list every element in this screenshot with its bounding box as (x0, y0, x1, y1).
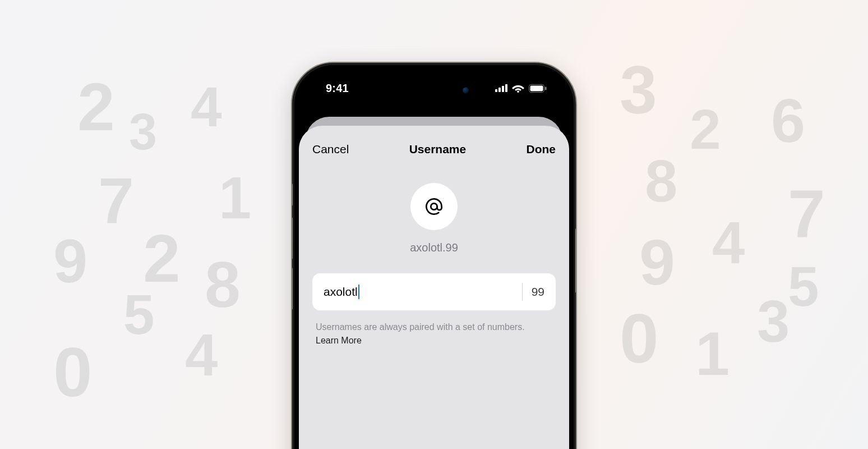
text-cursor (358, 285, 359, 299)
dynamic-island (392, 79, 476, 102)
username-suffix: 99 (532, 285, 544, 299)
username-input[interactable]: axolotl (324, 285, 513, 299)
phone-side-button (291, 268, 293, 310)
navbar: Cancel Username Done (299, 134, 569, 166)
decorative-number: 9 (53, 230, 87, 292)
decorative-number: 3 (757, 292, 789, 351)
decorative-number: 1 (695, 323, 730, 384)
decorative-number: 4 (191, 79, 222, 135)
decorative-number: 0 (620, 303, 659, 373)
username-input-value: axolotl (324, 285, 358, 299)
front-camera-icon (463, 88, 469, 94)
decorative-number: 8 (205, 253, 241, 317)
svg-rect-0 (495, 89, 497, 92)
phone-frame: 9:41 (291, 62, 577, 449)
hint: Usernames are always paired with a set o… (312, 320, 556, 347)
username-field[interactable]: axolotl 99 (312, 273, 556, 310)
page-title: Username (409, 143, 467, 156)
status-time: 9:41 (326, 82, 349, 95)
svg-rect-2 (502, 86, 504, 92)
svg-rect-7 (545, 86, 547, 90)
decorative-number: 4 (712, 213, 745, 272)
status-icons (495, 84, 547, 93)
decorative-number: 2 (690, 101, 721, 157)
at-sign-icon (423, 196, 445, 217)
svg-point-8 (431, 203, 437, 209)
decorative-number: 5 (788, 258, 819, 314)
learn-more-link[interactable]: Learn More (316, 336, 362, 345)
phone-side-button (291, 217, 293, 259)
hint-text: Usernames are always paired with a set o… (316, 322, 525, 332)
decorative-number: 7 (788, 180, 825, 247)
svg-point-4 (517, 90, 519, 93)
decorative-number: 4 (185, 326, 218, 384)
decorative-number: 7 (98, 168, 134, 233)
svg-rect-6 (530, 85, 543, 91)
at-sign-badge (410, 183, 458, 230)
username-sheet: Cancel Username Done axolotl.99 axolotl (299, 126, 569, 449)
decorative-number: 8 (645, 152, 677, 210)
cellular-icon (495, 84, 507, 92)
decorative-number: 2 (143, 224, 181, 292)
decorative-number: 3 (620, 56, 657, 123)
svg-rect-1 (498, 88, 501, 92)
phone-screen: 9:41 (299, 70, 569, 449)
decorative-number: 5 (123, 286, 155, 342)
battery-icon (529, 84, 547, 93)
field-separator (522, 283, 523, 301)
decorative-number: 6 (771, 90, 805, 152)
done-button[interactable]: Done (527, 143, 556, 156)
sheet-content: axolotl.99 axolotl 99 Usernames are alwa… (299, 166, 569, 347)
phone-side-button (291, 184, 293, 206)
phone-side-button (575, 228, 577, 293)
cancel-button[interactable]: Cancel (312, 143, 349, 156)
decorative-number: 2 (77, 73, 115, 140)
decorative-number: 9 (639, 230, 675, 295)
wifi-icon (512, 84, 524, 93)
username-display: axolotl.99 (312, 241, 556, 254)
decorative-number: 3 (129, 107, 157, 157)
decorative-number: 1 (219, 168, 251, 227)
svg-rect-3 (505, 84, 507, 92)
decorative-number: 0 (53, 337, 93, 407)
